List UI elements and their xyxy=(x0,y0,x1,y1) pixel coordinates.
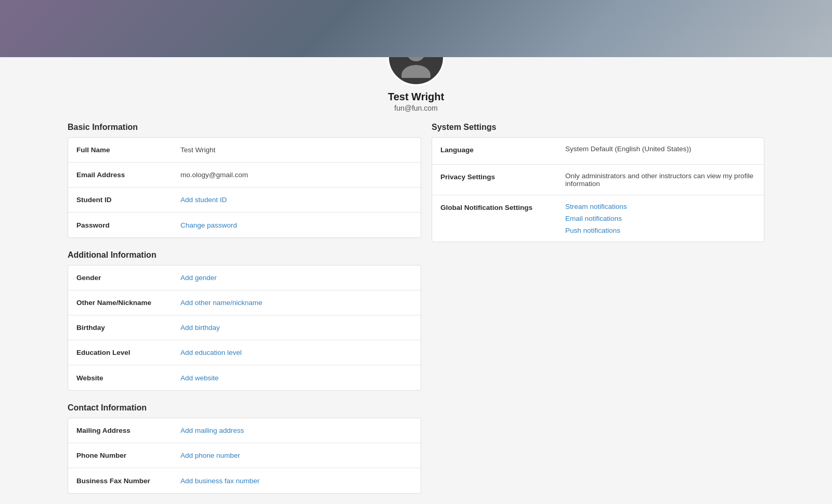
top-banner xyxy=(0,0,832,57)
system-settings-table: Language System Default (English (United… xyxy=(432,137,764,242)
table-row: Full Name Test Wright xyxy=(68,138,421,163)
table-row: Mailing Address Add mailing address xyxy=(68,418,421,443)
system-value-privacy: Only administrators and other instructor… xyxy=(565,172,756,188)
table-row: Website Add website xyxy=(68,365,421,390)
basic-info-title: Basic Information xyxy=(68,123,421,132)
field-label-studentid: Student ID xyxy=(76,196,180,204)
table-row: Phone Number Add phone number xyxy=(68,443,421,468)
additional-info-table: Gender Add gender Other Name/Nickname Ad… xyxy=(68,265,421,391)
field-value-email: mo.ology@gmail.com xyxy=(180,171,412,179)
add-business-fax-link[interactable]: Add business fax number xyxy=(180,477,259,485)
add-phone-link[interactable]: Add phone number xyxy=(180,452,240,459)
email-notifications-link[interactable]: Email notifications xyxy=(565,215,756,222)
system-value-notifications: Stream notifications Email notifications… xyxy=(565,203,756,234)
field-value-password: Change password xyxy=(180,221,412,229)
system-row-language: Language System Default (English (United… xyxy=(432,138,764,165)
field-label-fullname: Full Name xyxy=(76,146,180,154)
right-column: System Settings Language System Default … xyxy=(432,123,764,504)
add-gender-link[interactable]: Add gender xyxy=(180,274,217,282)
field-value-fullname: Test Wright xyxy=(180,146,412,154)
field-label-phone: Phone Number xyxy=(76,452,180,459)
table-row: Education Level Add education level xyxy=(68,340,421,365)
system-label-notifications: Global Notification Settings xyxy=(440,203,565,211)
table-row: Email Address mo.ology@gmail.com xyxy=(68,163,421,188)
add-website-link[interactable]: Add website xyxy=(180,374,219,382)
left-column: Basic Information Full Name Test Wright … xyxy=(68,123,421,504)
table-row: Birthday Add birthday xyxy=(68,315,421,340)
field-label-fax: Business Fax Number xyxy=(76,477,180,485)
add-mailing-address-link[interactable]: Add mailing address xyxy=(180,427,244,434)
field-label-email: Email Address xyxy=(76,171,180,179)
basic-info-table: Full Name Test Wright Email Address mo.o… xyxy=(68,137,421,238)
field-label-nickname: Other Name/Nickname xyxy=(76,299,180,307)
additional-info-title: Additional Information xyxy=(68,250,421,260)
table-row: Student ID Add student ID xyxy=(68,188,421,213)
system-value-language: System Default (English (United States)) xyxy=(565,145,756,153)
system-settings-title: System Settings xyxy=(432,123,764,132)
field-label-gender: Gender xyxy=(76,274,180,282)
change-password-link[interactable]: Change password xyxy=(180,221,237,229)
contact-info-title: Contact Information xyxy=(68,403,421,413)
contact-info-table: Mailing Address Add mailing address Phon… xyxy=(68,418,421,494)
profile-name: Test Wright xyxy=(388,91,444,103)
field-label-mailing: Mailing Address xyxy=(76,427,180,434)
field-label-password: Password xyxy=(76,221,180,229)
table-row: Other Name/Nickname Add other name/nickn… xyxy=(68,290,421,315)
field-value-studentid: Add student ID xyxy=(180,196,412,204)
svg-point-1 xyxy=(401,65,431,78)
add-nickname-link[interactable]: Add other name/nickname xyxy=(180,299,263,307)
stream-notifications-link[interactable]: Stream notifications xyxy=(565,203,756,210)
field-label-education: Education Level xyxy=(76,349,180,356)
add-birthday-link[interactable]: Add birthday xyxy=(180,324,220,331)
add-student-id-link[interactable]: Add student ID xyxy=(180,196,227,204)
system-label-privacy: Privacy Settings xyxy=(440,172,565,181)
field-label-website: Website xyxy=(76,374,180,382)
page-content: Basic Information Full Name Test Wright … xyxy=(52,123,780,504)
system-label-language: Language xyxy=(440,145,565,154)
system-row-privacy: Privacy Settings Only administrators and… xyxy=(432,165,764,195)
system-row-notifications: Global Notification Settings Stream noti… xyxy=(432,195,764,242)
table-row: Gender Add gender xyxy=(68,266,421,290)
field-label-birthday: Birthday xyxy=(76,324,180,331)
table-row: Business Fax Number Add business fax num… xyxy=(68,468,421,493)
table-row: Password Change password xyxy=(68,213,421,237)
add-education-link[interactable]: Add education level xyxy=(180,349,242,356)
profile-email: fun@fun.com xyxy=(394,104,437,112)
push-notifications-link[interactable]: Push notifications xyxy=(565,227,756,234)
